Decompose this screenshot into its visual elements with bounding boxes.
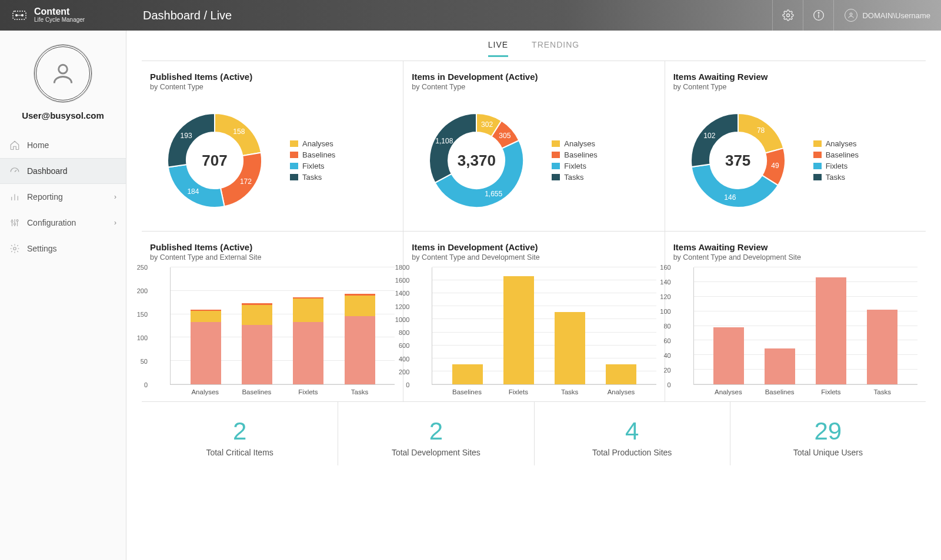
card-title: Published Items (Active) xyxy=(150,242,395,252)
svg-point-3 xyxy=(786,14,789,17)
nav-label: Settings xyxy=(27,244,57,253)
donut-total: 375 xyxy=(673,96,803,225)
header-user[interactable]: DOMAIN\Username xyxy=(833,0,941,31)
dashboard-tabs: LIVE TRENDING xyxy=(142,31,926,61)
summary-value: 2 xyxy=(344,417,528,445)
summary-tile: 4 Total Production Sites xyxy=(534,402,730,465)
donut-card: Published Items (Active) by Content Type… xyxy=(142,61,403,232)
donut-total: 707 xyxy=(150,96,279,225)
donut-chart[interactable]: 375 7849146102 xyxy=(673,96,803,225)
card-title: Items in Development (Active) xyxy=(412,72,656,82)
bar[interactable] xyxy=(765,348,795,384)
content-logo-icon xyxy=(11,6,28,24)
nav-label: Home xyxy=(27,140,49,150)
chevron-right-icon: › xyxy=(114,193,116,201)
nav-label: Dashboard xyxy=(27,166,68,176)
summary-tile: 2 Total Critical Items xyxy=(142,402,338,465)
svg-point-8 xyxy=(59,65,68,73)
profile-email: User@busysol.com xyxy=(22,110,104,120)
card-title: Items in Development (Active) xyxy=(412,242,656,252)
nav-dashboard[interactable]: Dashboard xyxy=(0,158,126,184)
nav-home[interactable]: Home xyxy=(0,132,126,158)
bar[interactable] xyxy=(191,310,221,384)
donut-total: 3,370 xyxy=(412,96,541,225)
chart-legend: Analyses Baselines Fixlets Tasks xyxy=(552,137,597,184)
brand-logo: Content Life Cycle Manager xyxy=(0,6,126,24)
tab-trending[interactable]: TRENDING xyxy=(532,40,579,57)
svg-point-7 xyxy=(850,13,852,15)
info-icon[interactable] xyxy=(803,0,833,31)
card-subtitle: by Content Type and External Site xyxy=(150,253,395,261)
summary-caption: Total Critical Items xyxy=(148,448,332,457)
breadcrumb: Dashboard / Live xyxy=(126,9,232,22)
bar[interactable] xyxy=(713,327,744,385)
card-title: Items Awaiting Review xyxy=(673,242,917,252)
nav-label: Configuration xyxy=(27,218,76,227)
donut-card: Items in Development (Active) by Content… xyxy=(403,61,664,232)
bar[interactable] xyxy=(452,364,483,384)
card-subtitle: by Content Type and Development Site xyxy=(412,253,656,261)
donut-chart[interactable]: 3,370 3023051,6551,108 xyxy=(412,96,541,225)
card-title: Published Items (Active) xyxy=(150,72,395,82)
summary-caption: Total Unique Users xyxy=(736,448,920,457)
profile-avatar-icon xyxy=(34,45,92,102)
card-subtitle: by Content Type and Development Site xyxy=(673,253,917,261)
sidebar: User@busysol.com Home Dashboard Reportin… xyxy=(0,31,126,560)
bar-card: Items Awaiting Review by Content Type an… xyxy=(665,232,926,402)
brand-subtitle: Life Cycle Manager xyxy=(34,17,85,24)
main-content: LIVE TRENDING Published Items (Active) b… xyxy=(126,31,941,560)
svg-point-16 xyxy=(14,223,16,225)
donut-card: Items Awaiting Review by Content Type 37… xyxy=(665,61,926,232)
sliders-icon xyxy=(9,217,20,228)
sidebar-nav: Home Dashboard Reporting › Configuration… xyxy=(0,132,126,261)
bar-card: Items in Development (Active) by Content… xyxy=(403,232,664,402)
bar-chart: 050100150200250 AnalysesBaselinesFixlets… xyxy=(150,267,395,395)
card-subtitle: by Content Type xyxy=(673,83,917,91)
app-header: Content Life Cycle Manager Dashboard / L… xyxy=(0,0,941,31)
tab-live[interactable]: LIVE xyxy=(488,40,508,57)
bar[interactable] xyxy=(606,364,636,384)
brand-title: Content xyxy=(34,7,85,17)
bar[interactable] xyxy=(816,277,846,385)
bar-row: Published Items (Active) by Content Type… xyxy=(142,232,926,402)
donut-chart[interactable]: 707 158172184193 xyxy=(150,96,279,225)
card-subtitle: by Content Type xyxy=(150,83,395,91)
gauge-icon xyxy=(9,166,20,176)
bar[interactable] xyxy=(293,297,323,384)
svg-point-6 xyxy=(818,12,819,14)
summary-value: 4 xyxy=(540,417,724,445)
chart-icon xyxy=(9,192,20,202)
header-username: DOMAIN\Username xyxy=(862,11,930,20)
summary-tile: 2 Total Development Sites xyxy=(338,402,533,465)
settings-icon[interactable] xyxy=(772,0,803,31)
chart-legend: Analyses Baselines Fixlets Tasks xyxy=(290,137,335,184)
svg-point-17 xyxy=(16,220,18,222)
user-avatar-icon xyxy=(845,9,857,22)
card-title: Items Awaiting Review xyxy=(673,72,917,82)
nav-settings[interactable]: Settings xyxy=(0,236,126,261)
svg-point-15 xyxy=(11,220,13,222)
home-icon xyxy=(9,140,20,150)
bar[interactable] xyxy=(345,294,375,384)
sidebar-profile: User@busysol.com xyxy=(0,31,126,129)
nav-label: Reporting xyxy=(27,192,63,202)
bar[interactable] xyxy=(555,312,585,384)
bar[interactable] xyxy=(242,303,272,384)
summary-caption: Total Production Sites xyxy=(540,448,724,457)
donut-row: Published Items (Active) by Content Type… xyxy=(142,61,926,232)
bar-chart: 020406080100120140160 AnalysesBaselinesF… xyxy=(673,267,917,395)
nav-reporting[interactable]: Reporting › xyxy=(0,184,126,210)
card-subtitle: by Content Type xyxy=(412,83,656,91)
summary-caption: Total Development Sites xyxy=(344,448,528,457)
svg-point-18 xyxy=(14,247,16,250)
summary-row: 2 Total Critical Items 2 Total Developme… xyxy=(142,402,926,465)
bar-chart: 020040060080010001200140016001800 Baseli… xyxy=(412,267,656,395)
summary-value: 29 xyxy=(736,417,920,445)
summary-value: 2 xyxy=(148,417,332,445)
nav-configuration[interactable]: Configuration › xyxy=(0,210,126,236)
gear-icon xyxy=(9,243,20,254)
bar[interactable] xyxy=(503,276,534,384)
bar-card: Published Items (Active) by Content Type… xyxy=(142,232,403,402)
bar[interactable] xyxy=(867,310,897,385)
chevron-right-icon: › xyxy=(114,219,116,227)
